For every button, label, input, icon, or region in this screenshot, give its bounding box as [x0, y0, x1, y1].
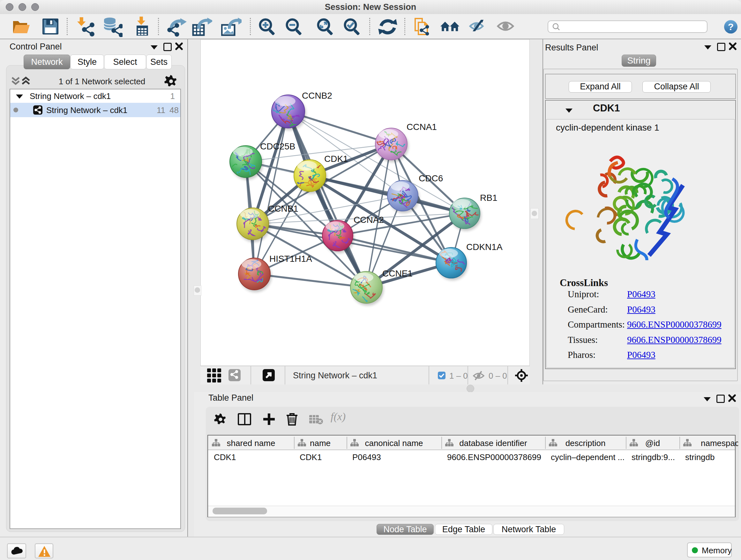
- svg-text:CCNA1: CCNA1: [407, 122, 437, 132]
- svg-text:CCNE1: CCNE1: [382, 268, 413, 278]
- svg-text:CDC25B: CDC25B: [260, 141, 295, 151]
- svg-text:CDC6: CDC6: [419, 173, 443, 183]
- svg-text:CCNA2: CCNA2: [354, 215, 384, 225]
- svg-text:CCNB1: CCNB1: [268, 204, 298, 213]
- svg-text:RB1: RB1: [480, 193, 497, 203]
- svg-text:CCNB2: CCNB2: [302, 91, 332, 101]
- svg-text:CDKN1A: CDKN1A: [466, 242, 502, 252]
- svg-text:CDK1: CDK1: [324, 154, 348, 164]
- svg-text:HIST1H1A: HIST1H1A: [269, 254, 312, 264]
